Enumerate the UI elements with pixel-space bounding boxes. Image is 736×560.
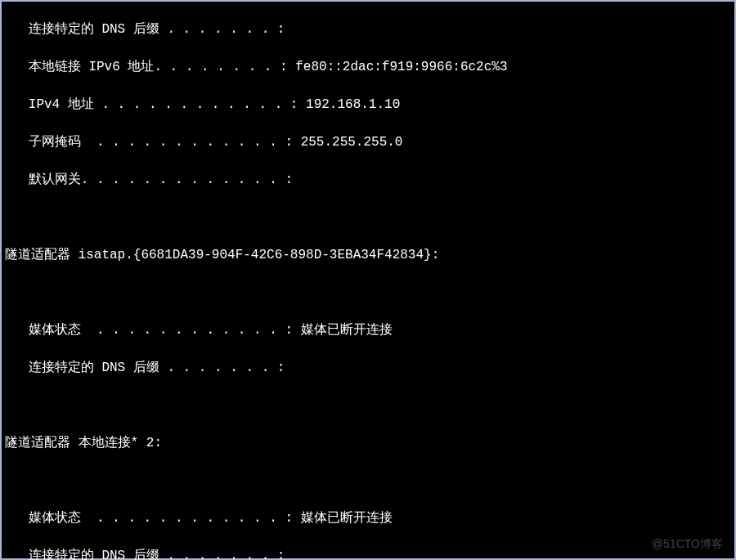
ipconfig-ipv6: 本地链接 IPv6 地址. . . . . . . . : fe80::2dac… bbox=[5, 58, 731, 77]
window-frame: 连接特定的 DNS 后缀 . . . . . . . : 本地链接 IPv6 地… bbox=[0, 0, 736, 560]
ipconfig-dns-suffix: 连接特定的 DNS 后缀 . . . . . . . : bbox=[5, 20, 731, 39]
blank-line bbox=[5, 396, 731, 415]
blank-line bbox=[5, 284, 731, 302]
tunnel2-header: 隧道适配器 本地连接* 2: bbox=[5, 434, 731, 453]
tunnel1-header: 隧道适配器 isatap.{6681DA39-904F-42C6-898D-3E… bbox=[5, 246, 731, 265]
blank-line bbox=[5, 208, 731, 227]
tunnel2-media: 媒体状态 . . . . . . . . . . . . : 媒体已断开连接 bbox=[5, 509, 731, 528]
terminal-output[interactable]: 连接特定的 DNS 后缀 . . . . . . . : 本地链接 IPv6 地… bbox=[2, 2, 734, 558]
ipconfig-ipv4: IPv4 地址 . . . . . . . . . . . . : 192.16… bbox=[5, 96, 731, 114]
ipconfig-gateway: 默认网关. . . . . . . . . . . . . : bbox=[5, 171, 731, 190]
blank-line bbox=[5, 472, 731, 491]
tunnel2-dns: 连接特定的 DNS 后缀 . . . . . . . : bbox=[5, 547, 731, 560]
ipconfig-subnet: 子网掩码 . . . . . . . . . . . . : 255.255.2… bbox=[5, 133, 731, 152]
tunnel1-media: 媒体状态 . . . . . . . . . . . . : 媒体已断开连接 bbox=[5, 321, 731, 340]
tunnel1-dns: 连接特定的 DNS 后缀 . . . . . . . : bbox=[5, 359, 731, 378]
